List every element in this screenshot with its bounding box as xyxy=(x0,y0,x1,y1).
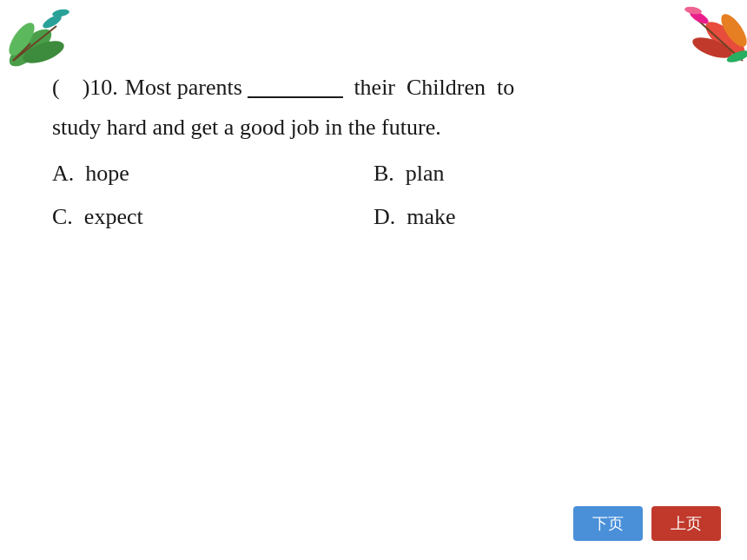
top-right-decoration xyxy=(660,0,747,78)
option-c-label: C. expect xyxy=(52,204,143,229)
svg-point-1 xyxy=(4,19,39,59)
option-b: B. plan xyxy=(374,154,695,194)
option-a-label: A. hope xyxy=(52,161,129,186)
svg-point-6 xyxy=(51,8,69,17)
svg-point-9 xyxy=(690,33,734,62)
svg-point-11 xyxy=(688,9,711,27)
next-page-button[interactable]: 下页 xyxy=(573,506,643,541)
svg-point-5 xyxy=(41,13,63,31)
option-a: A. hope xyxy=(52,154,374,194)
svg-point-8 xyxy=(717,10,747,50)
top-left-decoration xyxy=(0,0,87,78)
svg-point-7 xyxy=(700,16,747,63)
question-number: ( )10. xyxy=(52,69,118,106)
option-c: C. expect xyxy=(52,197,374,237)
svg-point-0 xyxy=(3,23,56,73)
question-text-after: their Children to xyxy=(348,69,514,106)
option-d-label: D. make xyxy=(374,204,456,229)
question-first-line: ( )10. Most parents their Children to xyxy=(52,69,695,106)
prev-page-button[interactable]: 上页 xyxy=(651,506,721,541)
option-d: D. make xyxy=(374,197,695,237)
answer-blank xyxy=(248,96,343,98)
option-b-label: B. plan xyxy=(374,161,445,186)
svg-point-13 xyxy=(725,49,747,65)
svg-line-10 xyxy=(695,17,743,61)
svg-point-12 xyxy=(684,5,702,15)
svg-line-3 xyxy=(13,26,56,61)
question-content: ( )10. Most parents their Children to st… xyxy=(52,69,695,236)
svg-point-2 xyxy=(20,36,67,68)
nav-buttons: 下页 上页 xyxy=(573,506,721,541)
svg-line-4 xyxy=(13,43,30,61)
options-grid: A. hope B. plan C. expect D. make xyxy=(52,154,695,236)
question-second-line: study hard and get a good job in the fut… xyxy=(52,109,695,146)
question-text-before: Most parents xyxy=(125,69,242,106)
